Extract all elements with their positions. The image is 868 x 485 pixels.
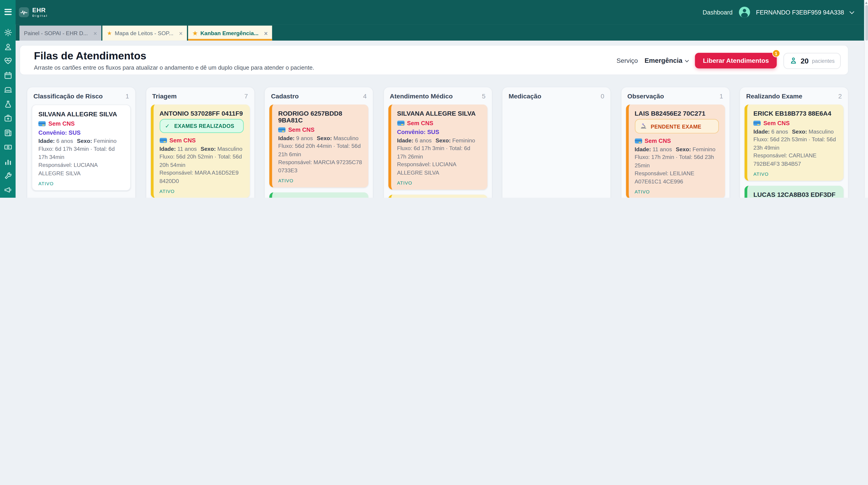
patient-card[interactable]: LUCAS 12CA8B03 EDF3DF Sem CNS Idade: 16 … <box>745 186 844 198</box>
patient-name: ERICK EB18B773 88E6A4 <box>753 110 837 117</box>
scroll-up-arrow-icon[interactable] <box>865 2 868 4</box>
flask-icon[interactable] <box>4 100 12 108</box>
patient-name: SILVANA ALLEGRE SILVA <box>397 110 481 117</box>
card-icon <box>38 122 45 127</box>
patient-card[interactable]: JOÃO 6FB7CBD5 AEE378 RETORNO ✓EXAMES REA… <box>388 195 487 198</box>
bar-chart-icon[interactable] <box>4 157 12 166</box>
cns-line: Sem CNS <box>397 119 481 128</box>
tab-label: Mapa de Leitos - SOP... <box>115 30 174 36</box>
vertical-scrollbar[interactable] <box>864 0 868 198</box>
patient-name: ANTONIO 537028FF 0411F9 <box>159 110 243 117</box>
documents-icon[interactable] <box>4 129 12 137</box>
brand-sub: Digital <box>32 14 48 18</box>
user-avatar-icon[interactable] <box>739 7 750 18</box>
patient-card[interactable]: SILVANA ALLEGRE SILVA Sem CNS Convênio: … <box>388 104 487 190</box>
column-title: Cadastro <box>271 93 299 100</box>
column-count: 2 <box>838 93 842 100</box>
exams-done-badge: ✓EXAMES REALIZADOS <box>159 119 243 133</box>
brand-name: EHR <box>32 7 48 13</box>
column-triagem: Triagem7 ANTONIO 537028FF 0411F9 ✓EXAMES… <box>146 87 254 198</box>
heart-pulse-icon[interactable] <box>4 57 12 65</box>
demographics-line: Idade: 11 anosSexo: Masculino <box>159 145 243 153</box>
check-icon: ✓ <box>165 123 170 129</box>
tab-label: Kanban Emergência... <box>200 30 258 36</box>
column-title: Atendimento Médico <box>390 93 453 100</box>
star-icon: ★ <box>193 30 197 36</box>
patient-name: LUCAS 12CA8B03 EDF3DF <box>753 191 837 198</box>
patients-count-label: pacientes <box>812 58 835 64</box>
patient-card[interactable]: ANTONIO 537028FF 0411F9 ✓EXAMES REALIZAD… <box>150 104 250 198</box>
column-count: 0 <box>601 93 604 100</box>
patient-card[interactable]: RODRIGO 6257BDD8 9BA81C Sem CNS Idade: 9… <box>269 104 368 188</box>
column-observacao: Observação1 LAIS B82456E2 70C271 PENDENT… <box>621 87 730 198</box>
patients-counter: 20 pacientes <box>783 53 841 69</box>
calendar-icon[interactable] <box>4 71 12 79</box>
service-label: Serviço <box>616 57 638 64</box>
dashboard-link[interactable]: Dashboard <box>703 9 733 15</box>
responsible-line: Responsável: MARCIA 97235C78 0733E3 <box>278 159 362 175</box>
column-title: Realizando Exame <box>746 93 802 100</box>
tab-kanban-emergencia[interactable]: ★ Kanban Emergência... × <box>188 26 272 41</box>
demographics-line: Idade: 6 anosSexo: Masculino <box>753 128 837 136</box>
status-badge: ATIVO <box>38 181 124 186</box>
responsible-line: Responsável: CARLIANE 792BE4F3 3B4B57 <box>753 152 837 168</box>
close-icon[interactable]: × <box>93 30 97 36</box>
card-icon <box>397 121 404 126</box>
scrollbar-thumb[interactable] <box>865 5 868 41</box>
patient-card[interactable]: DEBORA 980F21F6 1C12C9 PRIORIDADE Sem CN… <box>269 193 368 198</box>
patients-icon <box>789 57 797 64</box>
notification-badge: 1 <box>772 50 780 57</box>
flow-line: Fluxo: 56d 22h 53min · Total: 56d 23h 49… <box>753 136 837 152</box>
column-cadastro: Cadastro4 RODRIGO 6257BDD8 9BA81C Sem CN… <box>264 87 373 198</box>
tab-painel[interactable]: Painel - SOPAI - EHR D... × <box>20 26 101 41</box>
cns-label: Sem CNS <box>48 120 75 128</box>
column-title: Classificação de Risco <box>33 93 103 100</box>
demographics-line: Idade: 6 anosSexo: Feminino <box>38 137 124 146</box>
kanban-emergency-page: EHR Digital Dashboard FERNANDO F3EBF959 … <box>0 0 868 198</box>
release-attendances-button[interactable]: Liberar Atendimentos 1 <box>695 53 777 68</box>
demographics-line: Idade: 6 anosSexo: Feminino <box>397 136 481 145</box>
first-aid-kit-icon[interactable] <box>4 114 12 123</box>
wrench-icon[interactable] <box>4 172 12 180</box>
column-count: 1 <box>719 93 723 100</box>
patient-card[interactable]: LAIS B82456E2 70C271 PENDENTE EXAME Sem … <box>626 104 725 198</box>
release-attendances-label: Liberar Atendimentos <box>703 57 769 64</box>
column-classificacao-de-risco: Classificação de Risco1 SILVANA ALLEGRE … <box>27 87 136 198</box>
close-icon[interactable]: × <box>264 30 268 36</box>
gear-icon[interactable] <box>4 28 12 37</box>
chevron-down-icon[interactable] <box>849 9 854 14</box>
patient-card[interactable]: ERICK EB18B773 88E6A4 Sem CNS Idade: 6 a… <box>745 104 844 181</box>
patients-count: 20 <box>801 57 809 65</box>
status-badge: ATIVO <box>278 178 362 184</box>
patient-card[interactable]: SILVANA ALLEGRE SILVA Sem CNS Convênio: … <box>32 104 131 191</box>
kanban-board: Classificação de Risco1 SILVANA ALLEGRE … <box>27 87 848 198</box>
status-badge: ATIVO <box>634 189 718 195</box>
megaphone-icon[interactable] <box>4 186 12 194</box>
app-logo: EHR Digital <box>19 7 48 18</box>
menu-icon[interactable] <box>4 7 11 16</box>
column-count: 7 <box>244 93 248 100</box>
tab-mapa-de-leitos[interactable]: ★ Mapa de Leitos - SOP... × <box>102 26 187 41</box>
column-atendimento-medico: Atendimento Médico5 SILVANA ALLEGRE SILV… <box>383 87 492 198</box>
responsible-line: Responsável: LUCIANA ALLEGRE SILVA <box>38 161 124 177</box>
card-icon <box>278 128 285 133</box>
flow-line: Fluxo: 6d 17h 34min · Total: 6d 17h 34mi… <box>38 145 124 161</box>
card-icon <box>634 139 642 144</box>
left-sidebar <box>0 0 16 198</box>
close-icon[interactable]: × <box>179 30 183 36</box>
money-icon[interactable] <box>4 143 12 151</box>
responsible-line: Responsável: LUCIANA ALLEGRE SILVA <box>397 161 481 177</box>
column-count: 5 <box>482 93 486 100</box>
column-title: Triagem <box>152 93 177 100</box>
flow-line: Fluxo: 6d 17h 3min · Total: 6d 17h 26min <box>397 145 481 161</box>
flow-line: Fluxo: 17h 2min · Total: 56d 23h 25min <box>634 154 718 170</box>
demographics-line: Idade: 9 anosSexo: Masculino <box>278 134 362 142</box>
cns-line: Sem CNS <box>159 136 243 145</box>
convenio-line: Convênio: SUS <box>38 128 124 137</box>
bed-icon[interactable] <box>4 86 12 94</box>
person-icon[interactable] <box>4 43 12 51</box>
service-select[interactable]: Emergência <box>645 57 688 64</box>
tab-label: Painel - SOPAI - EHR D... <box>24 30 88 36</box>
convenio-line: Convênio: SUS <box>397 128 481 136</box>
top-header: EHR Digital Dashboard FERNANDO F3EBF959 … <box>0 0 868 25</box>
